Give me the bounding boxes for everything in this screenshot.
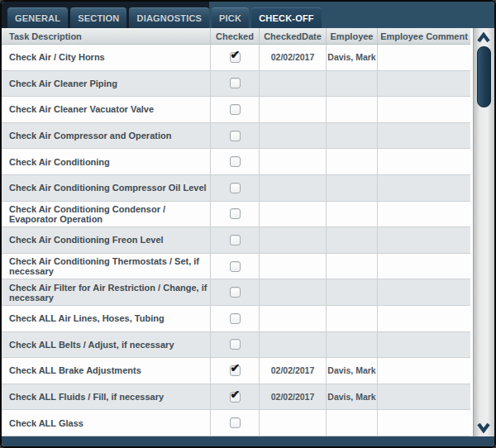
check-icon: ✔ bbox=[231, 388, 241, 401]
employee-cell bbox=[327, 279, 378, 305]
employee-cell bbox=[327, 202, 378, 227]
task-checkbox[interactable] bbox=[230, 156, 241, 167]
check-icon: ✔ bbox=[231, 361, 241, 374]
header-employee-comment[interactable]: Employee Comment bbox=[378, 28, 470, 44]
task-checkbox[interactable] bbox=[230, 78, 241, 88]
employee-cell: Davis, Mark bbox=[327, 384, 378, 410]
header-checked[interactable]: Checked bbox=[211, 28, 260, 44]
task-checkbox[interactable] bbox=[230, 235, 241, 245]
checked-cell bbox=[211, 97, 260, 122]
table-row[interactable]: Check ALL Brake Adjustments ✔ 02/02/2017… bbox=[2, 358, 470, 384]
checked-date-cell bbox=[260, 279, 327, 305]
employee-comment-cell bbox=[378, 97, 470, 122]
header-employee[interactable]: Employee bbox=[327, 28, 378, 44]
task-description-cell: Check Air Conditioning Thermostats / Set… bbox=[2, 254, 211, 279]
checked-cell: ✔ bbox=[211, 358, 260, 384]
checked-date-cell bbox=[260, 97, 327, 122]
task-checkbox[interactable]: ✔ bbox=[230, 52, 241, 63]
table-row[interactable]: Check ALL Glass bbox=[2, 410, 470, 436]
table-row[interactable]: Check Air Cleaner Vacuator Valve bbox=[2, 97, 470, 123]
task-description-cell: Check Air Conditioning Compressor Oil Le… bbox=[2, 175, 211, 201]
task-description-cell: Check Air Cleaner Vacuator Valve bbox=[2, 97, 211, 122]
task-description-cell: Check ALL Belts / Adjust, if necessary bbox=[2, 332, 211, 358]
checked-cell: ✔ bbox=[211, 45, 260, 70]
scrollbar-thumb[interactable] bbox=[477, 46, 491, 107]
task-checkbox[interactable] bbox=[230, 287, 241, 298]
checked-date-cell bbox=[260, 71, 327, 97]
task-checkbox[interactable] bbox=[230, 313, 241, 324]
table-row[interactable]: Check Air / City Horns ✔ 02/02/2017 Davi… bbox=[2, 45, 470, 71]
checked-cell bbox=[211, 332, 260, 358]
table-body: Check Air / City Horns ✔ 02/02/2017 Davi… bbox=[2, 45, 470, 436]
employee-cell bbox=[327, 410, 378, 436]
tab-general[interactable]: GENERAL bbox=[7, 7, 68, 28]
tab-check-off[interactable]: CHECK-OFF bbox=[251, 7, 322, 28]
employee-comment-cell bbox=[378, 384, 470, 410]
checkoff-window: GENERAL SECTION DIAGNOSTICS PICK CHECK-O… bbox=[0, 0, 496, 448]
task-checkbox[interactable] bbox=[230, 417, 241, 428]
employee-cell: Davis, Mark bbox=[327, 45, 378, 70]
tab-pick[interactable]: PICK bbox=[212, 7, 249, 28]
checked-date-cell bbox=[260, 175, 327, 201]
table-row[interactable]: Check Air Compressor and Operation bbox=[2, 123, 470, 150]
task-checkbox[interactable] bbox=[230, 131, 241, 141]
table-row[interactable]: Check Air Conditioning Thermostats / Set… bbox=[2, 254, 470, 280]
task-checkbox[interactable]: ✔ bbox=[230, 365, 241, 376]
scroll-up-button[interactable] bbox=[475, 31, 492, 44]
task-description-cell: Check ALL Brake Adjustments bbox=[2, 358, 211, 384]
employee-cell bbox=[327, 123, 378, 149]
window-frame: GENERAL SECTION DIAGNOSTICS PICK CHECK-O… bbox=[2, 2, 494, 446]
checked-date-cell bbox=[260, 202, 327, 227]
table-row[interactable]: Check Air Conditioning bbox=[2, 149, 470, 175]
table-row[interactable]: Check ALL Air Lines, Hoses, Tubing bbox=[2, 306, 470, 332]
table-row[interactable]: Check Air Conditioning Condensor / Evapo… bbox=[2, 202, 470, 228]
employee-cell bbox=[327, 149, 378, 174]
tab-diagnostics[interactable]: DIAGNOSTICS bbox=[129, 7, 209, 28]
task-description-cell: Check Air Filter for Air Restriction / C… bbox=[2, 279, 211, 305]
employee-comment-cell bbox=[378, 149, 470, 174]
table-row[interactable]: Check Air Conditioning Compressor Oil Le… bbox=[2, 175, 470, 202]
task-description-cell: Check ALL Glass bbox=[2, 410, 211, 436]
employee-cell bbox=[327, 71, 378, 97]
checked-date-cell: 02/02/2017 bbox=[260, 384, 327, 410]
employee-comment-cell bbox=[378, 45, 470, 70]
employee-comment-cell bbox=[378, 410, 470, 436]
checked-cell bbox=[211, 149, 260, 174]
checked-cell bbox=[211, 71, 260, 97]
employee-comment-cell bbox=[378, 175, 470, 201]
tab-bar: GENERAL SECTION DIAGNOSTICS PICK CHECK-O… bbox=[2, 2, 494, 28]
checked-date-cell: 02/02/2017 bbox=[260, 45, 327, 70]
table-row[interactable]: Check Air Filter for Air Restriction / C… bbox=[2, 279, 470, 306]
scroll-down-button[interactable] bbox=[475, 421, 492, 434]
employee-cell bbox=[327, 227, 378, 253]
table-row[interactable]: Check ALL Fluids / Fill, if necessary ✔ … bbox=[2, 384, 470, 411]
checked-date-cell bbox=[260, 410, 327, 436]
task-checkbox[interactable] bbox=[230, 208, 241, 219]
task-checkbox[interactable] bbox=[230, 104, 241, 115]
employee-comment-cell bbox=[378, 279, 470, 305]
employee-cell bbox=[327, 254, 378, 279]
task-checkbox[interactable] bbox=[230, 339, 241, 350]
checked-date-cell bbox=[260, 227, 327, 253]
task-description-cell: Check Air / City Horns bbox=[2, 45, 211, 70]
table-row[interactable]: Check ALL Belts / Adjust, if necessary bbox=[2, 332, 470, 359]
checked-cell: ✔ bbox=[211, 384, 260, 410]
task-checkbox[interactable] bbox=[230, 183, 241, 193]
employee-cell bbox=[327, 306, 378, 331]
task-checkbox[interactable] bbox=[230, 261, 241, 272]
bottom-status-bar bbox=[2, 436, 494, 446]
employee-cell bbox=[327, 175, 378, 201]
table-row[interactable]: Check Air Conditioning Freon Level bbox=[2, 227, 470, 254]
checked-cell bbox=[211, 123, 260, 149]
task-checkbox[interactable]: ✔ bbox=[230, 392, 241, 403]
task-description-cell: Check Air Compressor and Operation bbox=[2, 123, 211, 149]
task-description-cell: Check Air Conditioning bbox=[2, 149, 211, 174]
table-row[interactable]: Check Air Cleaner Piping bbox=[2, 71, 470, 98]
checked-cell bbox=[211, 175, 260, 201]
header-checked-date[interactable]: CheckedDate bbox=[260, 28, 327, 44]
table-header: Task Description Checked CheckedDate Emp… bbox=[2, 28, 470, 45]
header-task-description[interactable]: Task Description bbox=[2, 28, 211, 44]
tab-section[interactable]: SECTION bbox=[70, 7, 126, 28]
checked-date-cell bbox=[260, 306, 327, 331]
tab-strip: GENERAL SECTION DIAGNOSTICS PICK CHECK-O… bbox=[2, 2, 494, 28]
